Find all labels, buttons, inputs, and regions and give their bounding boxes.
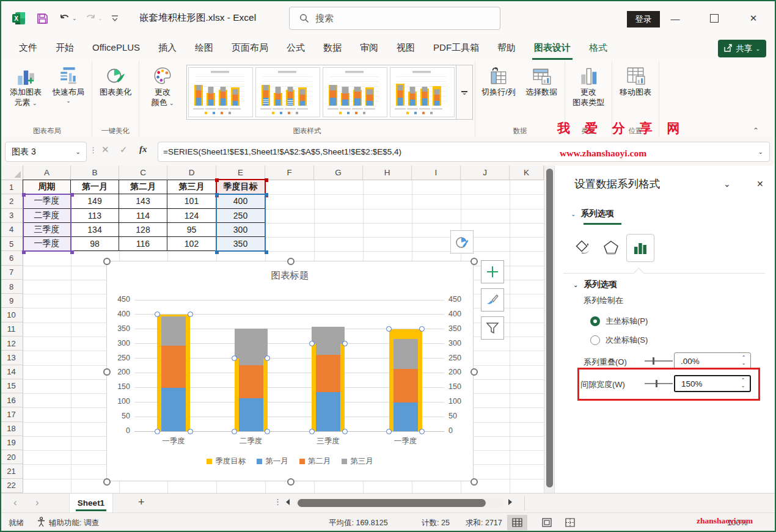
accessibility-status[interactable]: 辅助功能: 调查: [49, 518, 99, 528]
radio-次坐标轴(S)[interactable]: 次坐标轴(S): [590, 335, 648, 346]
tabbar-resize-handle[interactable]: ⋮: [274, 497, 282, 506]
grid-cell[interactable]: 101: [167, 194, 216, 208]
column-header-K[interactable]: K: [510, 166, 544, 180]
bar-segment[interactable]: [239, 365, 263, 398]
ribbon-button-添加图表元素[interactable]: 添加图表元素 ⌄: [4, 62, 47, 108]
row-header-5[interactable]: 5: [0, 237, 23, 251]
chart-resize-handle[interactable]: [103, 478, 111, 486]
column-header-I[interactable]: I: [412, 166, 461, 180]
chart-resize-handle[interactable]: [287, 478, 295, 486]
spinner-down-icon[interactable]: ⌄: [742, 361, 746, 366]
column-header-G[interactable]: G: [314, 166, 363, 180]
series-options-icon[interactable]: [626, 234, 654, 262]
ribbon-button-移动图表[interactable]: 移动图表: [614, 62, 657, 98]
series-selection-handle[interactable]: [232, 355, 237, 361]
name-box[interactable]: 图表 3 ⌄: [5, 142, 87, 162]
field-slider[interactable]: [645, 360, 673, 362]
series-options-section[interactable]: ⌄ 系列选项: [573, 279, 617, 290]
pane-close-icon[interactable]: ✕: [756, 179, 764, 189]
row-header-8[interactable]: 8: [0, 280, 23, 294]
grid-cell[interactable]: 第二月: [119, 180, 167, 194]
range-handle[interactable]: [265, 250, 268, 254]
insert-function-icon[interactable]: fx: [139, 144, 147, 155]
row-header-10[interactable]: 10: [0, 308, 23, 322]
bar-segment[interactable]: [235, 329, 268, 358]
ribbon-button-更改颜色[interactable]: 更改颜色 ⌄: [141, 62, 184, 108]
grid-cell[interactable]: 134: [71, 223, 119, 237]
range-handle[interactable]: [215, 193, 219, 197]
series-selection-handle[interactable]: [265, 355, 270, 361]
bar-segment[interactable]: [316, 392, 340, 431]
range-handle[interactable]: [215, 250, 219, 254]
close-button[interactable]: ✕: [739, 9, 767, 28]
ribbon-button-切换行/列[interactable]: 切换行/列: [477, 62, 520, 98]
undo-icon[interactable]: ⌄: [59, 11, 77, 26]
column-header-F[interactable]: F: [265, 166, 314, 180]
formula-expand-icon[interactable]: ⌄: [752, 148, 769, 155]
bar-segment[interactable]: [316, 344, 340, 355]
save-icon[interactable]: [36, 11, 49, 26]
grid-cell[interactable]: 143: [119, 194, 167, 208]
name-box-dropdown-icon[interactable]: ⌄: [70, 148, 86, 155]
range-handle[interactable]: [70, 250, 74, 254]
bar-segment[interactable]: [161, 388, 186, 431]
values-range-E2-E5[interactable]: [216, 194, 266, 252]
chart-styles-button[interactable]: [481, 288, 504, 312]
legend-item[interactable]: 第二月: [299, 456, 331, 467]
series-selection-handle[interactable]: [155, 312, 160, 317]
maximize-button[interactable]: [700, 9, 728, 28]
new-sheet-button[interactable]: +: [138, 496, 145, 509]
tab-文件[interactable]: 文件: [10, 35, 46, 61]
series-selection-handle[interactable]: [188, 312, 193, 317]
grid-cell[interactable]: 114: [119, 209, 167, 223]
sign-in-button[interactable]: 登录: [627, 11, 660, 27]
chart-title[interactable]: 图表标题: [107, 269, 473, 282]
grid-cell[interactable]: 98: [71, 237, 119, 251]
chart-legend[interactable]: 季度目标第一月第二月第三月: [107, 456, 473, 467]
slider-thumb[interactable]: [653, 357, 654, 365]
range-handle[interactable]: [265, 178, 268, 182]
horizontal-scrollbar-thumb[interactable]: [298, 499, 486, 507]
range-handle[interactable]: [70, 193, 74, 197]
column-header-B[interactable]: B: [71, 166, 119, 180]
tab-绘图[interactable]: 绘图: [186, 35, 222, 61]
grid-cell[interactable]: 第三月: [167, 180, 216, 194]
series-name-range-E1[interactable]: [216, 179, 266, 195]
bar-segment[interactable]: [393, 369, 418, 403]
grid-cell[interactable]: 149: [71, 194, 119, 208]
normal-view-button[interactable]: [507, 515, 527, 530]
chart-resize-handle[interactable]: [470, 258, 478, 265]
bar-segment[interactable]: [393, 339, 418, 369]
grid-cell[interactable]: 102: [167, 237, 216, 251]
grid-cell[interactable]: 周期: [23, 180, 71, 194]
column-header-J[interactable]: J: [461, 166, 510, 180]
row-header-14[interactable]: 14: [0, 365, 23, 379]
tab-插入[interactable]: 插入: [149, 35, 186, 61]
row-header-17[interactable]: 17: [0, 407, 23, 421]
range-handle[interactable]: [265, 193, 268, 197]
chart-resize-handle[interactable]: [103, 368, 111, 376]
chart-style-thumbnail[interactable]: [323, 67, 387, 117]
spinner-arrows[interactable]: ⌃⌄: [737, 355, 750, 366]
radio-dot[interactable]: [590, 335, 600, 345]
series-selection-handle[interactable]: [155, 429, 160, 434]
grid-cell[interactable]: 128: [119, 223, 167, 237]
series-selection-handle[interactable]: [419, 429, 425, 434]
chart-style-thumbnail[interactable]: [255, 67, 320, 117]
vertical-scrollbar-thumb[interactable]: [546, 169, 553, 487]
tab-OfficePLUS[interactable]: OfficePLUS: [83, 35, 149, 61]
row-header-4[interactable]: 4: [0, 223, 23, 237]
row-header-19[interactable]: 19: [0, 436, 23, 450]
chart-resize-handle[interactable]: [103, 258, 111, 265]
series-selection-handle[interactable]: [309, 429, 315, 434]
tab-视图[interactable]: 视图: [387, 35, 424, 61]
series-selection-handle[interactable]: [386, 429, 392, 434]
row-header-7[interactable]: 7: [0, 266, 23, 280]
tab-页面布局[interactable]: 页面布局: [222, 35, 277, 61]
gallery-more-button[interactable]: ⌄: [456, 65, 472, 119]
share-button[interactable]: 共享 ⌄: [718, 40, 766, 57]
bar-segment[interactable]: [161, 346, 186, 387]
grid-cell[interactable]: 95: [167, 223, 216, 237]
field-spinner[interactable]: .00%⌃⌄: [674, 352, 751, 370]
ribbon-button-图表美化[interactable]: 图表美化: [94, 62, 137, 98]
